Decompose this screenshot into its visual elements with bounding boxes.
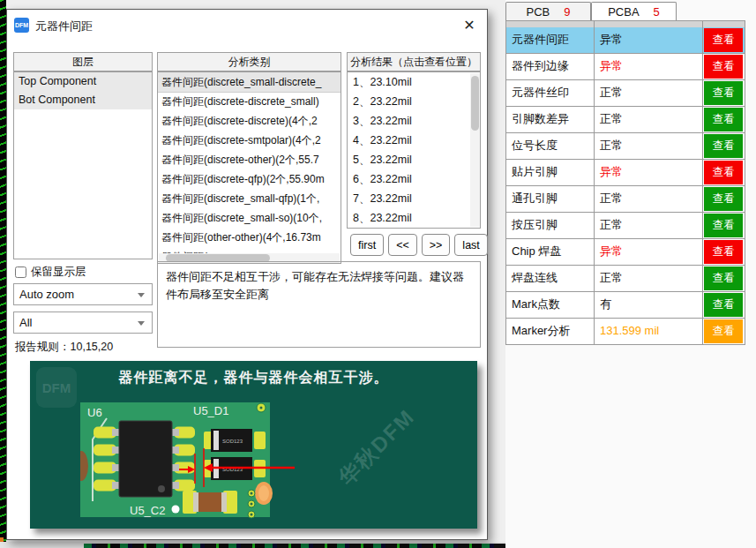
ref-label-u5c2: U5_C2 (130, 504, 165, 517)
next-page-button[interactable]: >> (422, 234, 451, 256)
tab-pcb[interactable]: PCB 9 (505, 2, 591, 20)
table-header (505, 20, 745, 27)
tab-label: PCB (527, 5, 550, 19)
results-list: 1、23.10mil 2、23.22mil 3、23.22mil 4、23.22… (347, 71, 481, 229)
background-bottom-strip (0, 542, 505, 548)
svg-text:SOD123: SOD123 (222, 439, 243, 444)
results-header: 分析结果（点击查看位置） (347, 52, 481, 71)
view-button[interactable]: 查看 (704, 81, 743, 105)
view-button[interactable]: 查看 (704, 187, 743, 211)
category-item[interactable]: 器件间距(discrete_small-discrete_ (158, 72, 341, 92)
tab-pcba[interactable]: PCBA 5 (591, 2, 677, 20)
chevron-down-icon (138, 293, 145, 297)
view-button[interactable]: 查看 (704, 108, 743, 131)
check-summary-panel: PCB 9 PCBA 5 元器件间距 异常 查看 器件到边缘 异常 查看 元器件… (505, 0, 756, 548)
tab-count-badge: 9 (564, 5, 570, 19)
table-row[interactable]: 元器件间距 异常 查看 (505, 27, 745, 54)
close-icon[interactable]: ✕ (460, 16, 479, 35)
last-page-button[interactable]: last (454, 234, 487, 256)
table-row[interactable]: 贴片引脚 异常 查看 (505, 160, 745, 186)
view-button[interactable]: 查看 (704, 28, 743, 52)
first-page-button[interactable]: first (350, 234, 384, 256)
table-row[interactable]: Marker分析 131.599 mil 查看 (505, 319, 745, 345)
result-pagination: first << >> last (350, 234, 488, 256)
category-item[interactable]: 器件间距(discrete-other)(2个,55.7 (158, 150, 341, 169)
view-button[interactable]: 查看 (704, 134, 743, 158)
background-pcb-strip (0, 0, 6, 548)
table-row[interactable]: 按压引脚 正常 查看 (505, 213, 745, 239)
result-item[interactable]: 2、23.22mil (348, 92, 480, 111)
component-spacing-dialog: DFM 元器件间距 ✕ 图层 分析类别 分析结果（点击查看位置） Top Com… (6, 9, 488, 540)
table-row[interactable]: Chip 焊盘 异常 查看 (505, 239, 745, 266)
table-row[interactable]: 器件到边缘 异常 查看 (505, 54, 745, 80)
view-button[interactable]: 查看 (704, 240, 743, 264)
diode-sod123: SOD123 (211, 429, 252, 452)
categories-header: 分析类别 (157, 52, 341, 71)
result-item[interactable]: 7、23.22mil (348, 189, 480, 208)
view-button[interactable]: 查看 (704, 319, 743, 343)
chevron-down-icon (138, 321, 145, 326)
category-item[interactable]: 器件间距(other-other)(4个,16.73m (158, 228, 341, 247)
result-item[interactable]: 3、23.22mil (348, 111, 480, 131)
category-item[interactable]: 器件间距(discrete-qfp)(2个,55.90m (158, 169, 341, 189)
keep-display-layer-row: 保留显示层 (15, 265, 86, 280)
filter-select[interactable]: All (13, 312, 153, 334)
layers-header: 图层 (13, 52, 153, 71)
category-item[interactable]: 器件间距(discrete-discrete)(4个,2 (158, 111, 341, 131)
categories-list: 器件间距(discrete_small-discrete_ 器件间距(discr… (157, 71, 341, 264)
result-item[interactable]: 4、23.22mil (348, 131, 480, 150)
table-row[interactable]: 位号长度 正常 查看 (505, 133, 745, 160)
result-item[interactable]: 5、23.22mil (348, 150, 480, 169)
illustration-caption: 器件距离不足，器件与器件会相互干涉。 (30, 369, 477, 387)
issue-illustration: DFM 器件距离不足，器件与器件会相互干涉。 华秋DFM 华秋DFM (30, 361, 477, 529)
category-item[interactable]: 器件间距(discrete_small-so)(10个, (158, 208, 341, 228)
vertical-scrollbar[interactable] (470, 73, 480, 227)
view-button[interactable]: 查看 (704, 55, 743, 79)
view-button[interactable]: 查看 (704, 266, 743, 290)
prev-page-button[interactable]: << (388, 234, 417, 256)
category-item[interactable]: 器件间距(discrete-discrete_small) (158, 92, 341, 111)
view-button[interactable]: 查看 (704, 161, 743, 184)
report-rule-text: 报告规则：10,15,20 (15, 340, 113, 355)
dfm-app-icon: DFM (14, 18, 29, 33)
check-table: 元器件间距 异常 查看 器件到边缘 异常 查看 元器件丝印 正常 查看 引脚数差… (505, 20, 745, 345)
tab-count-badge: 5 (654, 5, 660, 19)
table-row[interactable]: 焊盘连线 正常 查看 (505, 266, 745, 292)
pcb-photo: SOD123 SOD123 U6 U (80, 402, 296, 519)
layer-item[interactable]: Bot Component (14, 91, 152, 109)
soic-chip (119, 421, 172, 497)
watermark-text: 华秋DFM (333, 403, 421, 492)
category-item[interactable]: 器件间距(discrete_small-qfp)(1个, (158, 189, 341, 208)
table-row[interactable]: 通孔引脚 正常 查看 (505, 186, 745, 213)
result-item[interactable]: 1、23.10mil (348, 72, 480, 92)
tab-label: PCBA (608, 5, 639, 19)
layer-item[interactable]: Top Component (14, 72, 152, 91)
dialog-titlebar[interactable]: DFM 元器件间距 ✕ (7, 10, 487, 40)
result-item[interactable]: 6、23.22mil (348, 169, 480, 189)
view-button[interactable]: 查看 (704, 293, 743, 317)
view-button[interactable]: 查看 (704, 214, 743, 237)
result-item[interactable]: 8、23.22mil (348, 208, 480, 228)
zoom-mode-value: Auto zoom (19, 288, 74, 301)
keep-display-layer-label: 保留显示层 (31, 265, 86, 280)
category-item[interactable]: 器件间距(discrete-smtpolar)(4个,2 (158, 131, 341, 150)
table-row[interactable]: 引脚数差异 正常 查看 (505, 107, 745, 133)
keep-display-layer-checkbox[interactable] (15, 266, 26, 278)
result-item[interactable]: 9、23.22mil (348, 228, 480, 229)
zoom-mode-select[interactable]: Auto zoom (13, 283, 153, 305)
table-row[interactable]: Mark点数 有 查看 (505, 292, 745, 319)
analysis-description: 器件间距不足相互干涉，可能存在无法焊接等问题。建议器件布局移至安全距离 (157, 261, 481, 348)
table-row[interactable]: 元器件丝印 正常 查看 (505, 80, 745, 107)
ref-label-u6: U6 (87, 406, 102, 419)
dialog-title: 元器件间距 (35, 19, 93, 34)
ref-label-u5d1: U5_D1 (193, 404, 228, 417)
layers-list: Top Component Bot Component (13, 71, 153, 259)
filter-value: All (19, 316, 32, 329)
